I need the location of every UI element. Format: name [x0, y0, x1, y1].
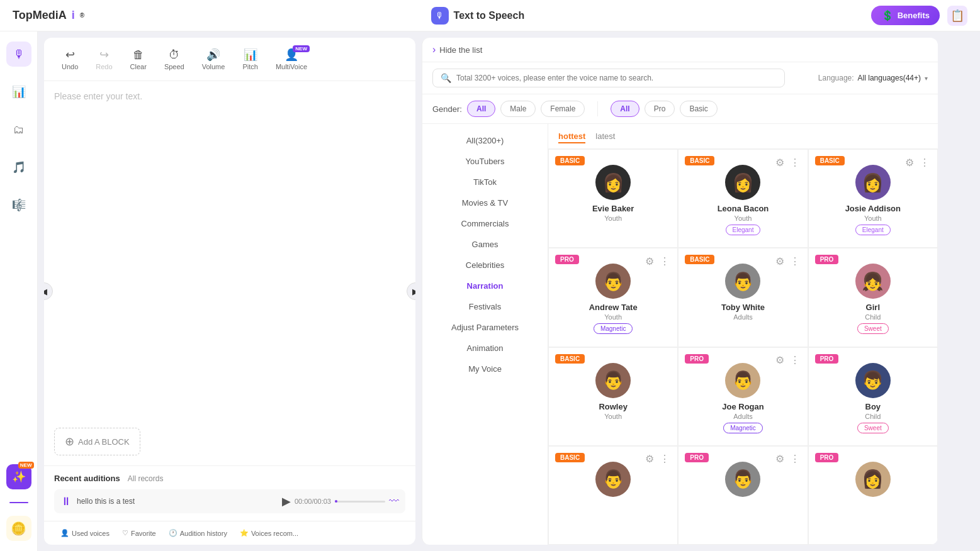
collapse-right-arrow[interactable]: ▶: [407, 282, 415, 300]
play-icon[interactable]: ▶: [282, 494, 291, 508]
voice-badge: BASIC: [555, 156, 585, 165]
category-item[interactable]: My Voice: [422, 359, 548, 379]
language-selector[interactable]: Language: All languages(44+) ▾: [818, 74, 928, 82]
voice-name: Josie Addison: [845, 204, 901, 213]
gear-icon[interactable]: ⚙: [774, 354, 786, 367]
hide-list-bar[interactable]: › Hide the list: [422, 38, 938, 62]
gender-male-button[interactable]: Male: [500, 101, 536, 117]
sidebar-item-analytics[interactable]: 📊: [6, 79, 31, 104]
pause-icon[interactable]: ⏸: [60, 495, 72, 508]
gear-icon[interactable]: ⚙: [903, 156, 916, 169]
gear-icon[interactable]: ⚙: [774, 156, 786, 169]
sidebar-item-coin[interactable]: 🪙: [6, 516, 31, 541]
redo-button[interactable]: ↪ Redo: [88, 44, 120, 74]
sidebar-icons: 🎙 📊 🗂 🎵 🎼 ✨ NEW 🪙: [0, 31, 38, 551]
voice-card[interactable]: BASIC⚙⋮👨Toby WhiteAdults: [678, 248, 808, 347]
multivoice-button[interactable]: NEW 👤 MultiVoice: [268, 44, 315, 74]
gear-icon[interactable]: ⚙: [774, 255, 786, 267]
category-item[interactable]: Celebrities: [422, 255, 548, 276]
voice-card[interactable]: PRO⚙⋮👨Andrew TateYouthMagnetic: [548, 248, 678, 347]
sidebar-item-new[interactable]: ✨ NEW: [6, 464, 31, 489]
voice-avatar: 👧: [855, 264, 891, 299]
more-icon[interactable]: ⋮: [918, 156, 931, 169]
voice-tag: Elegant: [726, 225, 761, 235]
category-item[interactable]: Animation: [422, 338, 548, 359]
sidebar-item-tts[interactable]: 🎙: [6, 42, 31, 67]
search-input[interactable]: [456, 74, 777, 82]
sidebar-item-notes[interactable]: 🎼: [6, 192, 31, 218]
voice-card[interactable]: BASIC👨RowleyYouth: [548, 347, 678, 446]
tab-hottest[interactable]: hottest: [558, 129, 585, 143]
recent-auditions-section: Recent auditions All records ⏸ hello thi…: [44, 465, 415, 521]
logo-ai: i: [72, 9, 75, 22]
voice-card[interactable]: PRO👧GirlChildSweet: [808, 248, 938, 347]
audition-history-button[interactable]: 🕐 Audition history: [162, 526, 234, 540]
all-records-button[interactable]: All records: [128, 474, 164, 483]
pitch-button[interactable]: 📊 Pitch: [235, 44, 265, 74]
category-item[interactable]: Movies & TV: [422, 192, 548, 213]
add-block-button[interactable]: ⊕ Add A BLOCK: [54, 428, 140, 455]
category-item[interactable]: YouTubers: [422, 151, 548, 172]
category-item[interactable]: TikTok: [422, 172, 548, 192]
category-item[interactable]: Narration: [422, 276, 548, 296]
more-icon[interactable]: ⋮: [789, 156, 801, 169]
favorite-button[interactable]: ♡ Favorite: [116, 526, 162, 540]
voice-card[interactable]: PRO👩: [808, 446, 938, 545]
search-row: 🔍 Language: All languages(44+) ▾: [422, 62, 938, 94]
language-dropdown-arrow: ▾: [925, 75, 928, 82]
voice-card[interactable]: BASIC⚙⋮👩Leona BaconYouthElegant: [678, 149, 808, 248]
more-icon[interactable]: ⋮: [789, 354, 801, 367]
volume-button[interactable]: 🔊 Volume: [194, 44, 233, 74]
voice-panel: › Hide the list 🔍 Language: All language…: [422, 38, 938, 545]
voice-badge: BASIC: [815, 156, 845, 165]
type-pro-button[interactable]: Pro: [645, 101, 675, 117]
undo-button[interactable]: ↩ Undo: [54, 44, 86, 74]
gender-female-button[interactable]: Female: [541, 101, 585, 117]
voice-card[interactable]: PRO⚙⋮👨: [678, 446, 808, 545]
text-placeholder[interactable]: Please enter your text.: [54, 91, 405, 101]
category-item[interactable]: Adjust Parameters: [422, 317, 548, 338]
voice-card[interactable]: PRO👦BoyChildSweet: [808, 347, 938, 446]
voice-avatar: 👨: [595, 264, 631, 299]
speed-button[interactable]: ⏱ Speed: [157, 45, 192, 74]
category-item[interactable]: All(3200+): [422, 130, 548, 151]
gear-icon[interactable]: ⚙: [774, 453, 786, 465]
voice-badge: PRO: [815, 354, 839, 364]
voice-list-area: hottest latest BASIC👩Evie BakerYouthBASI…: [548, 124, 938, 545]
voice-name: Leona Bacon: [718, 204, 769, 213]
clear-button[interactable]: 🗑 Clear: [123, 45, 154, 74]
voice-card[interactable]: BASIC⚙⋮👨: [548, 446, 678, 545]
sidebar-item-music[interactable]: 🎵: [6, 155, 31, 180]
gender-all-button[interactable]: All: [467, 101, 495, 117]
voice-badge: PRO: [815, 453, 839, 462]
gear-icon[interactable]: ⚙: [643, 453, 656, 465]
text-area-wrapper: Please enter your text.: [44, 81, 415, 428]
audio-progress: ▶ 00:00/00:03 〰: [282, 494, 399, 508]
more-icon[interactable]: ⋮: [789, 453, 801, 465]
chevron-right-icon: ›: [432, 44, 436, 55]
multivoice-new-badge: NEW: [293, 45, 310, 52]
voice-card[interactable]: PRO⚙⋮👨Joe RoganAdultsMagnetic: [678, 347, 808, 446]
type-basic-button[interactable]: Basic: [680, 101, 717, 117]
benefits-button[interactable]: 💲 Benefits: [871, 6, 940, 25]
voice-card[interactable]: BASIC👩Evie BakerYouth: [548, 149, 678, 248]
voice-card[interactable]: BASIC⚙⋮👩Josie AddisonYouthElegant: [808, 149, 938, 248]
sidebar-item-history[interactable]: 🗂: [6, 117, 31, 142]
sidebar-divider: [9, 502, 28, 503]
type-all-button[interactable]: All: [611, 101, 639, 117]
tab-latest[interactable]: latest: [595, 129, 615, 143]
benefits-label: Benefits: [898, 11, 930, 20]
category-item[interactable]: Commercials: [422, 213, 548, 234]
more-icon[interactable]: ⋮: [658, 453, 671, 465]
used-voices-button[interactable]: 👤 Used voices: [54, 526, 116, 540]
gear-icon[interactable]: ⚙: [643, 255, 656, 267]
user-avatar[interactable]: 📋: [947, 6, 967, 26]
category-item[interactable]: Games: [422, 234, 548, 255]
voice-age: Adults: [733, 313, 753, 321]
category-item[interactable]: Festivals: [422, 296, 548, 317]
voices-recom-button[interactable]: ⭐ Voices recom...: [234, 526, 305, 540]
more-icon[interactable]: ⋮: [658, 255, 671, 267]
recent-title: Recent auditions: [54, 474, 120, 483]
collapse-left-arrow[interactable]: ◀: [44, 282, 53, 300]
more-icon[interactable]: ⋮: [789, 255, 801, 267]
